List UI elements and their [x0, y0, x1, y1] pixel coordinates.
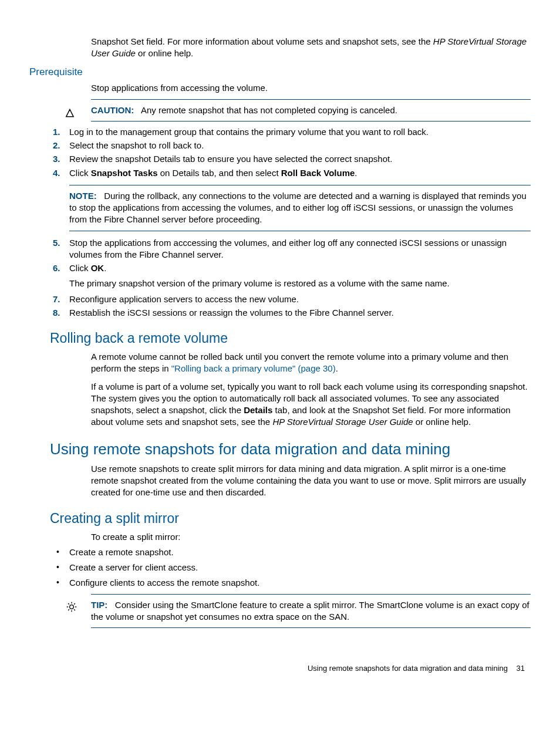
rule [91, 99, 531, 100]
text: Stop the applications from acccessing th… [69, 238, 507, 259]
rule [91, 121, 531, 121]
ui-term: Details [244, 405, 272, 415]
prerequisite-heading: Prerequisite [29, 66, 531, 79]
text: Reconfigure application servers to acces… [69, 294, 299, 304]
step-4: 4. Click Snapshot Tasks on Details tab, … [53, 167, 531, 231]
text: . [336, 363, 338, 373]
split-intro: To create a split mirror: [91, 531, 531, 543]
rule [69, 185, 531, 185]
rule [91, 594, 531, 595]
text: . [104, 263, 106, 273]
text: Restablish the iSCSI sessions or reassig… [69, 308, 394, 318]
tip-text: Consider using the SmartClone feature to… [91, 600, 529, 622]
text: Click [69, 263, 91, 273]
page-number: 31 [517, 664, 525, 673]
prerequisite-text: Stop applications from accessing the vol… [91, 82, 531, 94]
text: Select the snapshot to roll back to. [69, 140, 204, 150]
tip-block: TIP: Consider using the SmartClone featu… [91, 599, 531, 623]
intro-paragraph: Snapshot Set field. For more information… [91, 36, 531, 60]
steps-list: 1.Log in to the management group that co… [53, 126, 531, 319]
rolling-p2: If a volume is part of a volume set, typ… [91, 381, 531, 428]
caution-block: CAUTION: Any remote snapshot that has no… [91, 104, 531, 116]
ui-term: Snapshot Tasks [91, 168, 158, 178]
step-7: 7.Reconfigure application servers to acc… [53, 293, 531, 305]
rolling-p1: A remote volume cannot be rolled back un… [91, 351, 531, 375]
rule [69, 231, 531, 231]
note-body: NOTE: During the rollback, any connectio… [69, 190, 531, 226]
page-footer: Using remote snapshots for data migratio… [29, 663, 531, 674]
svg-line-8 [74, 603, 75, 605]
svg-line-7 [68, 609, 69, 610]
bullet-2: Create a server for client access. [53, 562, 531, 573]
rule [91, 627, 531, 628]
step-6: 6. Click OK. The primary snapshot versio… [53, 262, 531, 290]
step-2: 2.Select the snapshot to roll back to. [53, 140, 531, 151]
step-5: 5.Stop the applications from acccessing … [53, 237, 531, 261]
tip-icon [66, 601, 77, 616]
ui-term: Roll Back Volume [281, 168, 355, 178]
step-3: 3.Review the snapshot Details tab to ens… [53, 153, 531, 165]
caution-text: Any remote snapshot that has not complet… [141, 105, 397, 115]
text: on Details tab, and then select [158, 168, 281, 178]
cross-ref-link[interactable]: "Rolling back a primary volume" (page 30… [171, 363, 336, 373]
text: Log in to the management group that cont… [69, 127, 429, 137]
step-1: 1.Log in to the management group that co… [53, 126, 531, 138]
text: or online help. [136, 48, 193, 58]
svg-line-6 [74, 609, 75, 610]
text: Snapshot Set field. For more information… [91, 36, 433, 46]
step-8: 8.Restablish the iSCSI sessions or reass… [53, 307, 531, 319]
text: Review the snapshot Details tab to ensur… [69, 154, 392, 164]
migration-p1: Use remote snapshots to create split mir… [91, 463, 531, 499]
note-block: NOTE: During the rollback, any connectio… [69, 185, 531, 231]
book-title: HP StoreVirtual Storage User Guide [272, 417, 413, 427]
migration-heading: Using remote snapshots for data migratio… [50, 439, 531, 460]
note-label: NOTE: [69, 191, 97, 201]
svg-point-0 [70, 605, 74, 609]
text: . [355, 168, 357, 178]
step-result: The primary snapshot version of the prim… [69, 278, 531, 289]
ui-term: OK [91, 263, 104, 273]
svg-line-5 [68, 603, 69, 605]
tip-label: TIP: [91, 600, 107, 610]
caution-label: CAUTION: [91, 105, 134, 115]
split-mirror-heading: Creating a split mirror [50, 509, 531, 528]
text: or online help. [413, 417, 471, 427]
note-text: During the rollback, any connections to … [69, 191, 527, 225]
bullet-3: Configure clients to access the remote s… [53, 577, 531, 589]
footer-text: Using remote snapshots for data migratio… [308, 664, 508, 673]
text: Click [69, 168, 91, 178]
split-bullets: Create a remote snapshot. Create a serve… [53, 546, 531, 589]
rolling-remote-heading: Rolling back a remote volume [50, 329, 531, 347]
caution-icon: △ [66, 105, 74, 119]
bullet-1: Create a remote snapshot. [53, 546, 531, 558]
